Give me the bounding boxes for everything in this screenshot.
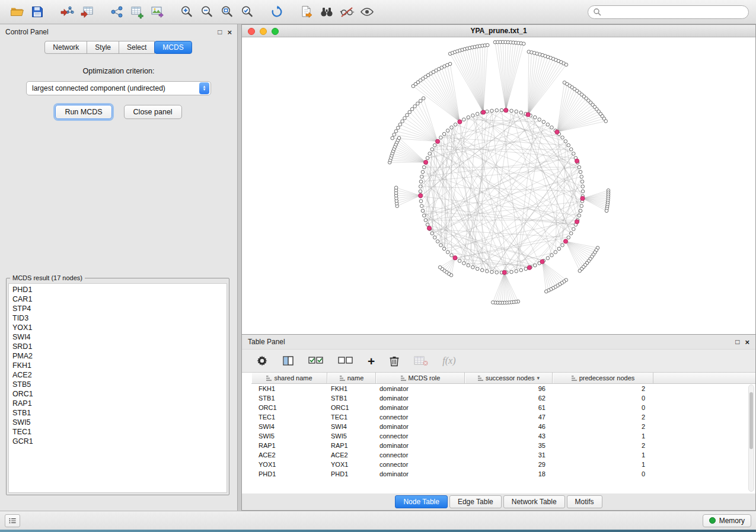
table-row[interactable]: YOX1YOX1connector291 [251,460,755,469]
hide-details-button[interactable] [337,2,357,21]
import-network-button[interactable] [57,2,77,21]
table-cell: dominator [376,395,465,402]
open-file-button[interactable] [7,2,27,21]
table-row[interactable]: PHD1PHD1dominator180 [251,469,755,479]
run-mcds-button[interactable]: Run MCDS [55,105,111,119]
table-cell: TEC1 [251,414,327,421]
refresh-button[interactable] [267,2,287,21]
search-field[interactable] [588,5,749,19]
table-tab-network-table[interactable]: Network Table [503,495,565,508]
select-all-button[interactable] [308,355,324,367]
node-table-body: FKH1FKH1dominator962STB1STB1dominator620… [251,384,755,479]
new-table-button[interactable] [127,2,147,21]
table-row[interactable]: STB1STB1dominator620 [251,393,755,403]
float-panel-icon[interactable]: □ [218,28,222,36]
destroy-table-button[interactable] [414,355,428,367]
close-panel-button[interactable]: Close panel [124,105,182,119]
control-tabs: NetworkStyleSelectMCDS [45,41,192,54]
tab-style[interactable]: Style [87,41,119,54]
table-row[interactable]: ORC1ORC1dominator610 [251,403,755,412]
result-node[interactable]: PMA2 [12,351,223,361]
result-node[interactable]: FKH1 [12,361,223,370]
select-all-icon [308,355,324,367]
column-header-shared-name[interactable]: shared name [251,373,327,383]
sort-icon [572,376,577,381]
table-cell: 47 [465,414,553,421]
export-image-button[interactable] [147,2,167,21]
zoom-fit-button[interactable] [217,2,237,21]
result-node[interactable]: TID3 [12,313,223,323]
show-details-button[interactable] [357,2,377,21]
result-node[interactable]: STP4 [12,304,223,313]
right-column: YPA_prune.txt_1 Table Panel □ × [241,24,756,511]
result-node[interactable]: STB5 [12,380,223,389]
result-node[interactable]: PHD1 [12,285,223,294]
column-header-name[interactable]: name [327,373,376,383]
table-tab-node-table[interactable]: Node Table [395,495,448,508]
table-cell: TEC1 [327,414,376,421]
select-stepper-icon: ▲▼ [199,82,209,94]
zoom-selected-button[interactable] [237,2,257,21]
result-node[interactable]: SWI5 [12,418,223,427]
save-button[interactable] [27,2,47,21]
deselect-all-button[interactable] [338,355,353,367]
column-header-predecessor-nodes[interactable]: predecessor nodes [553,373,653,383]
application-window: Control Panel □ × NetworkStyleSelectMCDS… [0,0,756,530]
close-panel-icon[interactable]: × [227,28,232,36]
zoom-out-button[interactable] [197,2,217,21]
search-network-button[interactable] [317,2,337,21]
optimization-select[interactable]: largest connected component (undirected)… [26,81,211,95]
result-node[interactable]: TEC1 [12,427,223,437]
task-history-button[interactable] [5,514,20,527]
result-node[interactable]: CAR1 [12,294,223,304]
main-area: Control Panel □ × NetworkStyleSelectMCDS… [0,24,756,511]
table-row[interactable]: SWI5SWI5connector431 [251,431,755,441]
scrollbar-thumb[interactable] [749,392,753,449]
table-row[interactable]: ACE2ACE2connector311 [251,450,755,460]
memory-button[interactable]: Memory [703,514,751,527]
table-cell: 0 [553,395,653,402]
table-cell: ORC1 [327,404,376,411]
add-column-button[interactable]: + [368,355,375,367]
table-cell: RAP1 [251,442,327,449]
tab-network[interactable]: Network [44,41,87,54]
tab-select[interactable]: Select [119,41,155,54]
network-canvas[interactable] [242,37,755,334]
table-cell: FKH1 [251,385,327,392]
export-network-button[interactable] [296,2,317,21]
table-settings-button[interactable] [256,355,268,367]
memory-label: Memory [719,517,745,525]
table-tab-motifs[interactable]: Motifs [567,495,602,508]
close-table-panel-icon[interactable]: × [745,338,749,346]
search-input[interactable] [604,7,744,17]
column-header-MCDS-role[interactable]: MCDS role [376,373,465,383]
tab-mcds[interactable]: MCDS [154,41,192,54]
result-node[interactable]: RAP1 [12,399,223,408]
import-table-button[interactable] [77,2,97,21]
table-row[interactable]: SWI4SWI4dominator462 [251,422,755,431]
result-node[interactable]: ACE2 [12,370,223,380]
zoom-in-button[interactable] [177,2,197,21]
function-builder-button[interactable]: f(x) [442,355,455,366]
table-scrollbar[interactable] [748,384,754,492]
result-node[interactable]: SRD1 [12,342,223,351]
table-row[interactable]: RAP1RAP1dominator352 [251,441,755,450]
show-columns-button[interactable] [282,355,294,367]
result-node[interactable]: YOX1 [12,323,223,332]
chevron-down-icon: ▾ [537,375,540,381]
result-node[interactable]: ORC1 [12,389,223,399]
new-network-button[interactable] [107,2,127,21]
table-row[interactable]: FKH1FKH1dominator962 [251,384,755,393]
result-node[interactable]: SWI4 [12,332,223,342]
result-node[interactable]: GCR1 [12,437,223,446]
network-graph [242,37,755,334]
column-header-successor-nodes[interactable]: successor nodes▾ [465,373,553,383]
float-table-panel-icon[interactable]: □ [735,338,739,346]
trash-icon [389,355,400,367]
table-cell: dominator [376,470,465,477]
table-row[interactable]: TEC1TEC1connector472 [251,412,755,422]
table-tab-edge-table[interactable]: Edge Table [449,495,502,508]
delete-column-button[interactable] [389,355,400,367]
result-node[interactable]: STB1 [12,408,223,418]
table-cell: ACE2 [327,451,376,459]
